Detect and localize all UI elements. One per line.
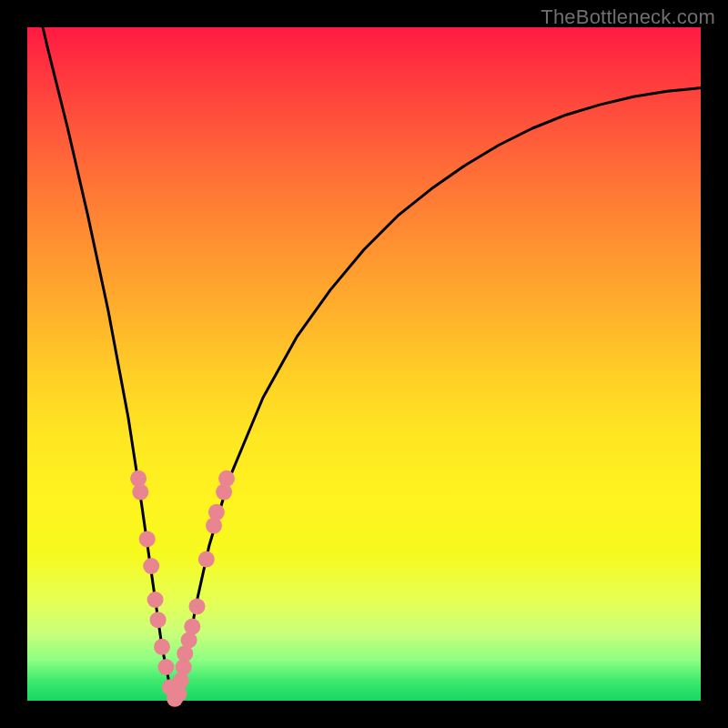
marker-layer bbox=[130, 470, 235, 707]
marker-dot bbox=[218, 470, 235, 487]
plot-area bbox=[27, 27, 701, 701]
watermark-text: TheBottleneck.com bbox=[541, 5, 715, 29]
marker-dot bbox=[198, 551, 215, 568]
marker-dot bbox=[189, 598, 206, 614]
marker-dot bbox=[208, 504, 225, 521]
curve-layer bbox=[27, 0, 701, 701]
chart-frame: TheBottleneck.com bbox=[0, 0, 728, 728]
marker-dot bbox=[132, 484, 148, 500]
marker-dot bbox=[143, 558, 159, 574]
marker-dot bbox=[139, 531, 156, 547]
marker-dot bbox=[147, 592, 164, 608]
marker-dot bbox=[157, 659, 174, 675]
marker-dot bbox=[173, 672, 189, 689]
curve-svg bbox=[27, 27, 701, 701]
marker-dot bbox=[150, 612, 167, 628]
marker-dot bbox=[184, 619, 200, 635]
bottleneck-curve-path bbox=[27, 0, 701, 701]
marker-dot bbox=[154, 639, 170, 655]
